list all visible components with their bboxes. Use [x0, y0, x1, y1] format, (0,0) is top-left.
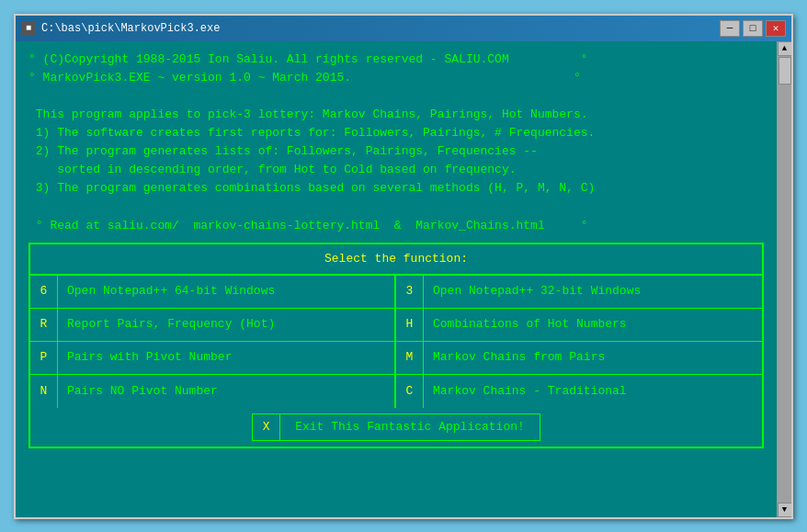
app-icon: ■	[21, 21, 36, 36]
maximize-button[interactable]: □	[743, 20, 763, 37]
window-title: C:\bas\pick\MarkovPick3.exe	[41, 22, 220, 35]
menu-cell-3[interactable]: 3 Open Notepad++ 32-bit Windows	[396, 276, 762, 309]
menu-box: Select the function: 6 Open Notepad++ 64…	[28, 243, 764, 448]
desc-line3: 2) The program generates lists of: Follo…	[28, 142, 764, 161]
key-x: X	[253, 414, 280, 440]
main-content: ° (C)Copyright 1988-2015 Ion Saliu. All …	[16, 41, 777, 517]
menu-footer: X Exit This Fantastic Application!	[30, 408, 762, 447]
key-n: N	[30, 375, 58, 408]
main-window: ■ C:\bas\pick\MarkovPick3.exe ─ □ ✕ ° (C…	[14, 14, 793, 519]
menu-cell-p[interactable]: P Pairs with Pivot Number	[30, 342, 396, 375]
scroll-down-button[interactable]: ▼	[778, 503, 792, 517]
title-bar-buttons: ─ □ ✕	[720, 20, 786, 37]
label-6: Open Notepad++ 64-bit Windows	[58, 278, 284, 304]
scrollbar-track[interactable]	[778, 56, 791, 503]
minimize-button[interactable]: ─	[720, 20, 740, 37]
desc-line2: 1) The software creates first reports fo…	[28, 124, 764, 142]
desc-line1: This program applies to pick-3 lottery: …	[28, 106, 764, 124]
key-r: R	[30, 309, 58, 341]
menu-cell-h[interactable]: H Combinations of Hot Numbers	[396, 309, 762, 342]
label-h: Combinations of Hot Numbers	[424, 311, 636, 337]
key-3: 3	[396, 276, 424, 308]
label-r: Report Pairs, Frequency (Hot)	[58, 311, 284, 337]
version-line: ° MarkovPick3.EXE ~ version 1.0 ~ March …	[28, 69, 764, 87]
label-n: Pairs NO Pivot Number	[58, 379, 227, 404]
menu-header: Select the function:	[30, 244, 762, 276]
content-area: ° (C)Copyright 1988-2015 Ion Saliu. All …	[16, 41, 791, 517]
label-p: Pairs with Pivot Number	[58, 345, 241, 370]
menu-cell-r[interactable]: R Report Pairs, Frequency (Hot)	[30, 309, 396, 342]
key-6: 6	[30, 276, 58, 308]
key-m: M	[396, 342, 424, 374]
blank-line1	[28, 87, 764, 106]
desc-line4: sorted in descending order, from Hot to …	[28, 161, 764, 179]
key-h: H	[396, 309, 424, 341]
menu-cell-6[interactable]: 6 Open Notepad++ 64-bit Windows	[30, 276, 396, 309]
key-c: C	[396, 375, 424, 408]
close-button[interactable]: ✕	[766, 20, 786, 37]
title-bar: ■ C:\bas\pick\MarkovPick3.exe ─ □ ✕	[16, 16, 791, 41]
label-exit: Exit This Fantastic Application!	[280, 414, 540, 440]
label-c: Markov Chains - Traditional	[424, 379, 636, 404]
menu-grid: 6 Open Notepad++ 64-bit Windows 3 Open N…	[30, 276, 762, 408]
key-p: P	[30, 342, 58, 374]
menu-cell-c[interactable]: C Markov Chains - Traditional	[396, 375, 762, 408]
title-bar-left: ■ C:\bas\pick\MarkovPick3.exe	[21, 21, 220, 36]
scroll-up-button[interactable]: ▲	[778, 41, 792, 56]
label-m: Markov Chains from Pairs	[424, 345, 614, 370]
read-line: ° Read at saliu.com/ markov-chains-lotte…	[28, 217, 764, 235]
scrollbar: ▲ ▼	[777, 41, 791, 517]
label-3: Open Notepad++ 32-bit Windows	[424, 278, 650, 304]
copyright-line: ° (C)Copyright 1988-2015 Ion Saliu. All …	[28, 51, 764, 69]
menu-cell-m[interactable]: M Markov Chains from Pairs	[396, 342, 762, 375]
exit-cell[interactable]: X Exit This Fantastic Application!	[252, 413, 540, 441]
blank-line2	[28, 198, 764, 217]
desc-line5: 3) The program generates combinations ba…	[28, 179, 764, 198]
menu-cell-n[interactable]: N Pairs NO Pivot Number	[30, 375, 396, 408]
scrollbar-thumb[interactable]	[779, 57, 791, 85]
